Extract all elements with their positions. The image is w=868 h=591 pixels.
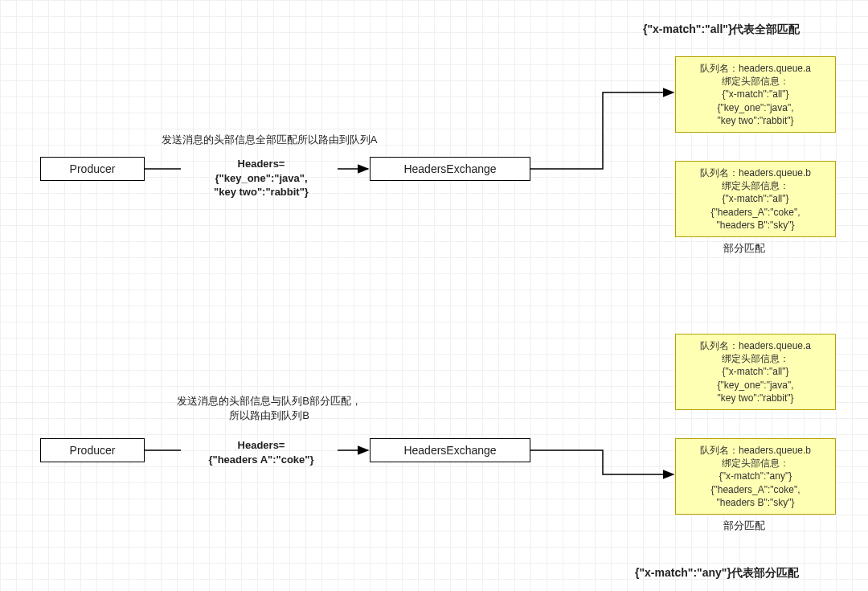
headers-line1-1: {"key_one":"java", [185,171,338,186]
queue-b-2-l2: 绑定头部信息： [682,457,829,470]
queue-a-2-l4: {"key_one":"java", [682,379,829,392]
queue-a-1: 队列名：headers.queue.a 绑定头部信息： {"x-match":"… [675,56,836,133]
queue-b-1-l5: "headers B":"sky"} [682,219,829,232]
headers-title-1: Headers= [185,157,338,171]
queue-a-1-l5: "key two":"rabbit"} [682,114,829,127]
title-all-match: {"x-match":"all"}代表全部匹配 [643,23,800,37]
queue-b-1-l3: {"x-match":"all"} [682,192,829,205]
queue-a-2-l5: "key two":"rabbit"} [682,392,829,404]
queue-a-2-l1: 队列名：headers.queue.a [682,339,829,352]
queue-b-2-l1: 队列名：headers.queue.b [682,444,829,457]
exchange-box-1: HeadersExchange [370,157,530,181]
queue-b-2: 队列名：headers.queue.b 绑定头部信息： {"x-match":"… [675,438,836,515]
producer-box-1: Producer [40,157,145,181]
queue-a-2-l3: {"x-match":"all"} [682,365,829,378]
queue-a-1-l4: {"key_one":"java", [682,101,829,114]
queue-b-2-l4: {"headers_A":"coke", [682,483,829,496]
exchange-label-2: HeadersExchange [403,444,496,457]
caption-2-l2: 所以路由到队列B [229,409,309,421]
caption-2-l1: 发送消息的头部信息与队列B部分匹配， [177,395,362,407]
partial-label-1: 部分匹配 [723,241,765,256]
caption-2: 发送消息的头部信息与队列B部分匹配， 所以路由到队列B [161,394,378,423]
queue-a-2: 队列名：headers.queue.a 绑定头部信息： {"x-match":"… [675,334,836,410]
headers-title-2: Headers= [185,438,338,453]
queue-a-1-l3: {"x-match":"all"} [682,88,829,101]
partial-label-2: 部分匹配 [723,519,765,533]
queue-b-1-l1: 队列名：headers.queue.b [682,166,829,179]
queue-b-2-l5: "headers B":"sky"} [682,496,829,509]
queue-a-2-l2: 绑定头部信息： [682,352,829,365]
headers-line2-1: "key two":"rabbit"} [185,185,338,199]
exchange-box-2: HeadersExchange [370,438,530,462]
producer-label-2: Producer [70,444,116,457]
caption-1: 发送消息的头部信息全部匹配所以路由到队列A [161,133,378,147]
queue-b-1-l4: {"headers_A":"coke", [682,206,829,219]
headers-block-2: Headers= {"headers A":"coke"} [185,438,338,466]
producer-box-2: Producer [40,438,145,462]
title-any-match: {"x-match":"any"}代表部分匹配 [635,566,799,581]
queue-b-2-l3: {"x-match":"any"} [682,470,829,482]
producer-label-1: Producer [70,162,116,175]
queue-b-1: 队列名：headers.queue.b 绑定头部信息： {"x-match":"… [675,161,836,237]
headers-block-1: Headers= {"key_one":"java", "key two":"r… [185,157,338,199]
exchange-label-1: HeadersExchange [403,162,496,175]
queue-b-1-l2: 绑定头部信息： [682,179,829,192]
queue-a-1-l1: 队列名：headers.queue.a [682,62,829,75]
queue-a-1-l2: 绑定头部信息： [682,75,829,88]
headers-line1-2: {"headers A":"coke"} [185,453,338,467]
